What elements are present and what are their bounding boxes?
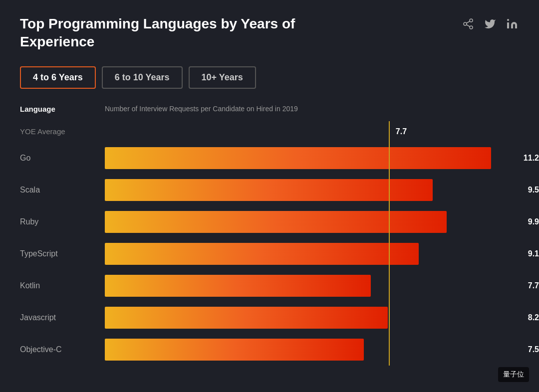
svg-point-1 xyxy=(464,22,467,25)
header: Top Programming Languages by Years of Ex… xyxy=(20,15,519,51)
svg-line-3 xyxy=(467,25,470,27)
share-icon[interactable] xyxy=(461,17,475,31)
bar xyxy=(105,147,491,169)
tabs-row: 4 to 6 Years 6 to 10 Years 10+ Years xyxy=(20,66,519,89)
bar-value: 9.5 xyxy=(528,186,539,195)
tab-4-6[interactable]: 4 to 6 Years xyxy=(20,66,96,89)
lang-label: Ruby xyxy=(20,217,105,226)
watermark: 量子位 xyxy=(498,367,529,382)
avg-value: 7.7 xyxy=(396,127,407,136)
bar xyxy=(105,307,388,329)
twitter-icon[interactable] xyxy=(483,17,497,31)
bar xyxy=(105,275,371,297)
avg-line-container: 7.7 xyxy=(105,124,519,139)
bar-container: 9.5 xyxy=(105,179,519,201)
chart-header: Language Number of Interview Requests pe… xyxy=(20,105,519,113)
tab-6-10[interactable]: 6 to 10 Years xyxy=(102,66,183,89)
svg-point-5 xyxy=(507,19,509,21)
chart-row: Ruby9.9 xyxy=(20,206,519,238)
chart-row: Scala9.5 xyxy=(20,174,519,206)
page-title: Top Programming Languages by Years of Ex… xyxy=(20,15,369,51)
chart-row: Go11.2 xyxy=(20,142,519,174)
chart-wrapper: YOE Average 7.7 Go11.2Scala9.5Ruby9.9Typ… xyxy=(20,121,519,366)
tab-10plus[interactable]: 10+ Years xyxy=(189,66,256,89)
bar-container: 7.5 xyxy=(105,339,519,361)
bar xyxy=(105,179,433,201)
bar xyxy=(105,243,419,265)
chart-row: Javascript8.2 xyxy=(20,302,519,334)
lang-label: TypeScript xyxy=(20,249,105,258)
lang-label: Go xyxy=(20,154,105,163)
svg-line-4 xyxy=(467,21,470,23)
bar-container: 9.9 xyxy=(105,211,519,233)
bar-value: 7.7 xyxy=(528,281,539,290)
svg-point-2 xyxy=(470,26,473,29)
avg-row: YOE Average 7.7 xyxy=(20,121,519,142)
bar-container: 8.2 xyxy=(105,307,519,329)
bar-value: 11.2 xyxy=(524,154,539,163)
bar-value: 9.1 xyxy=(528,249,539,258)
bar-value: 8.2 xyxy=(528,313,539,322)
lang-label: Javascript xyxy=(20,313,105,322)
chart-row: Kotlin7.7 xyxy=(20,270,519,302)
social-icons xyxy=(461,17,519,31)
lang-label: Scala xyxy=(20,186,105,195)
lang-label: Kotlin xyxy=(20,281,105,290)
bar-container: 7.7 xyxy=(105,275,519,297)
bar-value: 9.9 xyxy=(528,217,539,226)
col-lang-header: Language xyxy=(20,105,105,113)
linkedin-icon[interactable] xyxy=(505,17,519,31)
bar-container: 11.2 xyxy=(105,147,519,169)
chart-row: Objective-C7.5 xyxy=(20,334,519,366)
bar xyxy=(105,339,364,361)
svg-point-0 xyxy=(470,19,473,22)
bar xyxy=(105,211,447,233)
chart-row: TypeScript9.1 xyxy=(20,238,519,270)
avg-label: YOE Average xyxy=(20,127,105,136)
reference-line xyxy=(389,121,390,366)
bar-value: 7.5 xyxy=(528,345,539,354)
chart-rows: Go11.2Scala9.5Ruby9.9TypeScript9.1Kotlin… xyxy=(20,142,519,366)
bar-container: 9.1 xyxy=(105,243,519,265)
col-value-header: Number of Interview Requests per Candida… xyxy=(105,105,519,113)
lang-label: Objective-C xyxy=(20,345,105,354)
chart-area: Language Number of Interview Requests pe… xyxy=(20,105,519,366)
